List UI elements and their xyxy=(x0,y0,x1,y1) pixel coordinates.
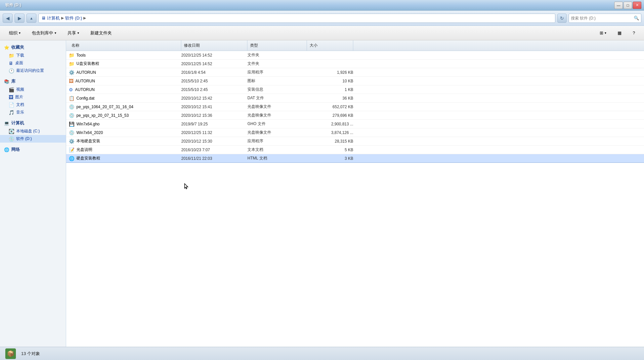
file-type-icon: 📝 xyxy=(69,147,74,153)
file-name: AUTORUN xyxy=(75,79,95,83)
network-header[interactable]: 🌐 网络 xyxy=(0,145,66,154)
file-name-cell: ⚙️ AUTORUN xyxy=(69,70,181,75)
col-header-name[interactable]: 名称 xyxy=(69,40,181,51)
breadcrumb[interactable]: 🖥 计算机 ▶ 软件 (D:) ▶ xyxy=(38,14,555,23)
drive-breadcrumb-label: 软件 (D:) xyxy=(65,15,82,21)
view-toggle-button[interactable]: ⊞ ▾ xyxy=(595,28,611,38)
file-type-icon: ⚙ xyxy=(69,87,73,92)
table-row[interactable]: 📁 U盘安装教程 2020/12/25 14:52 文件夹 xyxy=(66,60,644,68)
file-type-icon: ⚙️ xyxy=(69,70,74,75)
status-app-icon: 📦 xyxy=(5,348,16,359)
file-date-cell: 2015/5/10 2:45 xyxy=(181,87,247,92)
minimize-button[interactable]: — xyxy=(614,2,623,9)
file-name: Tools xyxy=(76,53,86,58)
toolbar-right: ⊞ ▾ ▦ ? xyxy=(595,28,640,38)
col-header-type[interactable]: 类型 xyxy=(247,40,307,51)
sidebar: ⭐ 收藏夹 📁 下载 🖥 桌面 🕐 最近访问的位置 📚 库 🎬 xyxy=(0,40,66,347)
sidebar-item-recent[interactable]: 🕐 最近访问的位置 xyxy=(0,67,66,74)
organize-button[interactable]: 组织 ▾ xyxy=(4,28,25,38)
table-row[interactable]: 💿 pe_yqs_xp_20_07_31_15_53 2020/10/12 15… xyxy=(66,111,644,120)
file-name: U盘安装教程 xyxy=(76,61,99,67)
library-header[interactable]: 📚 库 xyxy=(0,77,66,86)
network-section: 🌐 网络 xyxy=(0,145,66,154)
network-icon: 🌐 xyxy=(4,147,9,152)
file-type-icon: 💿 xyxy=(69,130,74,135)
sidebar-item-desktop[interactable]: 🖥 桌面 xyxy=(0,59,66,67)
file-type-icon: 💿 xyxy=(69,113,74,118)
layout-button[interactable]: ▦ xyxy=(613,28,626,38)
back-button[interactable]: ◀ xyxy=(3,14,13,23)
file-type-icon: 💿 xyxy=(69,104,74,110)
table-row[interactable]: ⚙️ 本地硬盘安装 2020/10/12 15:30 应用程序 28,315 K… xyxy=(66,137,644,146)
forward-button[interactable]: ▶ xyxy=(15,14,24,23)
breadcrumb-computer[interactable]: 🖥 计算机 xyxy=(41,15,60,21)
file-name-cell: 📋 Config.dat xyxy=(69,96,181,101)
sidebar-item-local-disk[interactable]: 💽 本地磁盘 (C:) xyxy=(0,127,66,135)
file-date-cell: 2020/12/25 11:32 xyxy=(181,130,247,135)
window-title: 软件 (D:) xyxy=(3,2,21,8)
file-date-cell: 2020/10/12 15:30 xyxy=(181,139,247,144)
file-type-icon: 📁 xyxy=(69,61,74,67)
table-row[interactable]: 📁 Tools 2020/12/25 14:52 文件夹 xyxy=(66,51,644,60)
sidebar-item-video[interactable]: 🎬 视频 xyxy=(0,86,66,93)
table-row[interactable]: 📋 Config.dat 2020/10/12 15:42 DAT 文件 36 … xyxy=(66,94,644,103)
file-name: Win7x64.gho xyxy=(76,122,100,126)
file-type-icon: 📋 xyxy=(69,96,74,101)
table-row[interactable]: 📝 光盘说明 2016/10/23 7:07 文本文档 5 KB xyxy=(66,146,644,154)
col-header-size[interactable]: 大小 xyxy=(307,40,353,51)
favorites-header[interactable]: ⭐ 收藏夹 xyxy=(0,43,66,52)
library-section: 📚 库 🎬 视频 🖼 图片 📄 文档 🎵 音乐 xyxy=(0,77,66,116)
file-type-cell: 光盘映像文件 xyxy=(247,104,307,110)
file-type-cell: 光盘映像文件 xyxy=(247,130,307,135)
toolbar: 组织 ▾ 包含到库中 ▾ 共享 ▾ 新建文件夹 ⊞ ▾ ▦ ? xyxy=(0,26,644,40)
new-folder-button[interactable]: 新建文件夹 xyxy=(85,28,117,38)
sidebar-item-downloads[interactable]: 📁 下载 xyxy=(0,52,66,59)
music-icon: 🎵 xyxy=(9,110,14,115)
sidebar-item-pictures[interactable]: 🖼 图片 xyxy=(0,93,66,101)
table-row[interactable]: ⚙ AUTORUN 2015/5/10 2:45 安装信息 1 KB xyxy=(66,85,644,94)
breadcrumb-drive[interactable]: 软件 (D:) xyxy=(65,15,82,21)
sidebar-item-music[interactable]: 🎵 音乐 xyxy=(0,109,66,116)
table-row[interactable]: 💿 pe_yqs_1064_20_07_31_16_04 2020/10/12 … xyxy=(66,103,644,111)
include-library-button[interactable]: 包含到库中 ▾ xyxy=(27,28,61,38)
table-row[interactable]: 💿 Win7x64_2020 2020/12/25 11:32 光盘映像文件 3… xyxy=(66,128,644,137)
file-size-cell: 1,926 KB xyxy=(307,70,353,75)
up-button[interactable]: ▲ xyxy=(26,14,36,23)
help-button[interactable]: ? xyxy=(628,28,640,38)
disk-c-icon: 💽 xyxy=(9,129,14,134)
sidebar-item-software-disk[interactable]: 💿 软件 (D:) xyxy=(0,135,66,143)
file-size-cell: 3,874,126 ... xyxy=(307,130,353,135)
sidebar-item-documents[interactable]: 📄 文档 xyxy=(0,101,66,109)
file-size-cell: 3 KB xyxy=(307,156,353,161)
file-type-cell: DAT 文件 xyxy=(247,95,307,101)
search-input[interactable] xyxy=(571,16,632,21)
search-icon[interactable]: 🔍 xyxy=(634,16,639,21)
organize-dropdown-icon: ▾ xyxy=(19,31,21,35)
close-button[interactable]: ✕ xyxy=(633,2,641,9)
video-icon: 🎬 xyxy=(9,87,14,92)
table-row[interactable]: 🖼 AUTORUN 2015/5/10 2:45 图标 10 KB xyxy=(66,77,644,85)
file-size-cell: 279,696 KB xyxy=(307,113,353,118)
file-name-cell: ⚙️ 本地硬盘安装 xyxy=(69,138,181,144)
computer-header[interactable]: 💻 计算机 xyxy=(0,119,66,127)
view-dropdown-icon: ▾ xyxy=(605,31,606,35)
table-row[interactable]: 💾 Win7x64.gho 2019/9/7 19:25 GHO 文件 2,90… xyxy=(66,120,644,128)
col-header-modified[interactable]: 修改日期 xyxy=(181,40,247,51)
window-controls: — □ ✕ xyxy=(614,2,641,9)
table-row[interactable]: ⚙️ AUTORUN 2016/1/8 4:54 应用程序 1,926 KB xyxy=(66,68,644,77)
file-name: 光盘说明 xyxy=(76,147,92,153)
favorites-section: ⭐ 收藏夹 📁 下载 🖥 桌面 🕐 最近访问的位置 xyxy=(0,43,66,74)
file-type-cell: 文件夹 xyxy=(247,61,307,67)
file-name-cell: 🌐 硬盘安装教程 xyxy=(69,156,181,161)
refresh-button[interactable]: ↻ xyxy=(557,14,567,23)
file-date-cell: 2020/12/25 14:52 xyxy=(181,53,247,58)
file-type-icon: 🌐 xyxy=(69,156,74,161)
share-button[interactable]: 共享 ▾ xyxy=(63,28,84,38)
search-box[interactable]: 🔍 xyxy=(569,14,641,23)
file-name: AUTORUN xyxy=(76,70,96,75)
table-row[interactable]: 🌐 硬盘安装教程 2016/11/21 22:03 HTML 文档 3 KB xyxy=(66,154,644,163)
file-date-cell: 2020/12/25 14:52 xyxy=(181,62,247,66)
file-name-cell: 💾 Win7x64.gho xyxy=(69,121,181,127)
maximize-button[interactable]: □ xyxy=(623,2,632,9)
file-type-cell: 图标 xyxy=(247,78,307,84)
